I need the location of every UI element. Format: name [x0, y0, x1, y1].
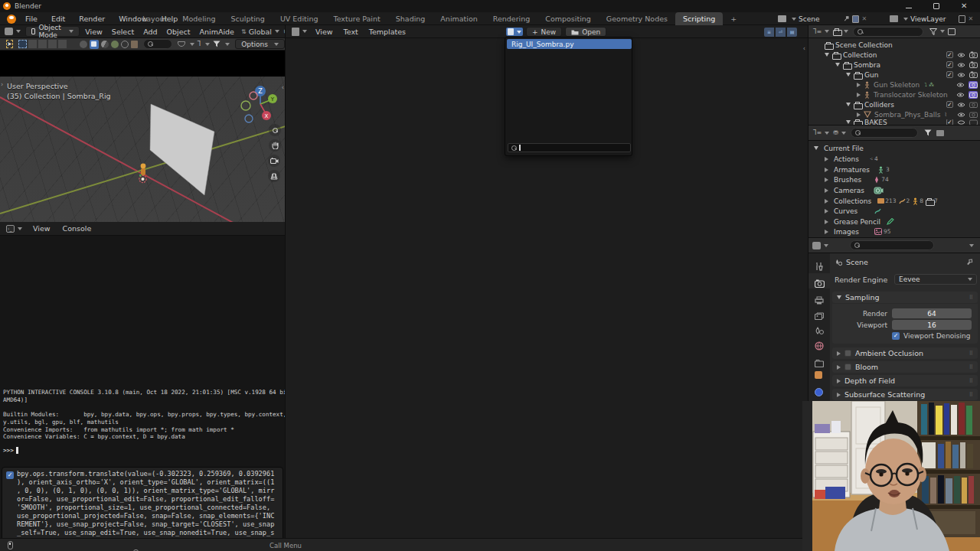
- open-text-button[interactable]: Open: [565, 27, 606, 37]
- eye-icon[interactable]: [957, 112, 965, 118]
- remove-view-layer-icon[interactable]: ✕: [968, 15, 973, 22]
- console-menu-console[interactable]: Console: [57, 222, 98, 235]
- camera-restrict-icon-active[interactable]: [969, 81, 978, 89]
- viewport-search-input[interactable]: [143, 39, 172, 49]
- blend-file-row-current-file[interactable]: Current File: [808, 143, 980, 153]
- camera-restrict-icon[interactable]: [969, 71, 978, 78]
- outliner-display-mode[interactable]: Ꞁ≡: [813, 28, 829, 35]
- tab-object-properties-icon[interactable]: [815, 371, 822, 379]
- wireframe-shading-icon[interactable]: [80, 41, 87, 48]
- outliner-row-sombra[interactable]: Sombra ✓: [808, 60, 980, 70]
- disclosure-collapsed-icon[interactable]: [825, 230, 828, 234]
- select-circle-icon[interactable]: [28, 40, 37, 48]
- select-mode-buttons[interactable]: [18, 40, 67, 48]
- editor-type-button[interactable]: [5, 28, 21, 35]
- tab-tool-icon[interactable]: [815, 259, 824, 269]
- ambient-occlusion-section[interactable]: Ambient Occlusion ⠿: [832, 347, 978, 359]
- eye-icon[interactable]: [956, 82, 965, 88]
- camera-restrict-icon-active[interactable]: [969, 91, 978, 99]
- tab-render-properties-icon[interactable]: [815, 276, 825, 285]
- collection-checkbox[interactable]: ✓: [946, 71, 953, 78]
- tab-output-properties-icon[interactable]: [815, 293, 824, 308]
- camera-view-button[interactable]: [268, 155, 280, 167]
- mode-dropdown[interactable]: Object Mode: [25, 26, 80, 37]
- tab-rendering[interactable]: Rendering: [485, 12, 538, 25]
- select-box-icon[interactable]: [18, 40, 27, 48]
- filter-icon[interactable]: [924, 129, 932, 136]
- tab-collection-properties-icon[interactable]: [815, 356, 824, 370]
- sampling-section-header[interactable]: Sampling ⠿: [832, 292, 978, 303]
- disclosure-collapsed-icon[interactable]: [825, 168, 828, 172]
- blend-file-row-images[interactable]: Images 95: [808, 227, 980, 236]
- blend-file-display-mode[interactable]: Ꞁ≡: [813, 129, 829, 136]
- text-sidebar-collapse-icon[interactable]: ‹: [803, 45, 805, 52]
- outliner-search-input[interactable]: [853, 27, 923, 37]
- text-menu-templates[interactable]: Templates: [364, 25, 411, 38]
- orientation-dropdown[interactable]: ⇅ Global: [241, 28, 279, 36]
- zoom-button[interactable]: [269, 124, 281, 136]
- minimize-button[interactable]: [906, 3, 913, 9]
- gizmos-icon[interactable]: Ꞁ: [198, 41, 201, 47]
- camera-restrict-icon[interactable]: [969, 111, 978, 118]
- overlay-toggles[interactable]: Ꞁ: [178, 41, 230, 47]
- maximize-button[interactable]: [933, 3, 939, 9]
- select-lasso-icon[interactable]: [38, 40, 47, 48]
- tab-world-properties-icon[interactable]: [815, 339, 824, 354]
- sampling-viewport-field[interactable]: 16: [892, 320, 972, 330]
- paint-brush-icon[interactable]: [131, 41, 138, 48]
- word-wrap-toggle-icon[interactable]: ⏎: [776, 28, 786, 37]
- disclosure-expanded-icon[interactable]: [835, 63, 840, 67]
- depth-of-field-section[interactable]: Depth of Field ⠿: [832, 375, 978, 386]
- viewport-denoising-checkbox[interactable]: ✓: [892, 332, 900, 340]
- viewport-menu-select[interactable]: Select: [108, 25, 138, 38]
- disclosure-collapsed-icon[interactable]: [857, 83, 861, 87]
- tab-scene-properties-icon[interactable]: [815, 324, 824, 338]
- options-dropdown[interactable]: Options: [235, 39, 285, 49]
- console-menu-view[interactable]: View: [27, 222, 57, 235]
- popup-search-input[interactable]: [508, 143, 631, 152]
- shading-mode-buttons[interactable]: [80, 40, 138, 49]
- tab-shading[interactable]: Shading: [388, 12, 433, 25]
- add-workspace-button[interactable]: +: [723, 12, 744, 25]
- new-text-button[interactable]: + New: [526, 27, 562, 37]
- eye-icon[interactable]: [957, 52, 965, 58]
- select-pick-icon[interactable]: [48, 40, 57, 48]
- collection-checkbox[interactable]: ✓: [946, 101, 953, 108]
- disclosure-expanded-icon[interactable]: [846, 73, 851, 77]
- tab-sculpting[interactable]: Sculpting: [224, 12, 273, 25]
- blend-file-filter[interactable]: ⛃: [833, 129, 846, 136]
- blend-file-row-actions[interactable]: Actions ⁖ 4: [808, 154, 980, 164]
- properties-search-input[interactable]: [850, 240, 934, 250]
- viewport-menu-add[interactable]: Add: [139, 25, 161, 38]
- outliner-row-sombra-phys-balls[interactable]: Sombra_Phys_Balls ⌇: [808, 109, 980, 119]
- properties-options-icon[interactable]: [969, 244, 974, 247]
- outliner-row-colliders[interactable]: Colliders ✓: [808, 99, 980, 109]
- blend-file-row-brushes[interactable]: Brushes 74: [808, 174, 980, 184]
- tab-geometry-nodes[interactable]: Geometry Nodes: [599, 12, 675, 25]
- blend-file-row-curves[interactable]: Curves: [808, 206, 980, 216]
- pan-button[interactable]: [269, 139, 281, 152]
- disclosure-collapsed-icon[interactable]: [825, 220, 828, 224]
- disclosure-collapsed-icon[interactable]: [857, 112, 861, 117]
- active-tool-select-icon[interactable]: ➤: [6, 40, 13, 48]
- disclosure-expanded-icon[interactable]: [814, 146, 818, 150]
- viewport-menu-view[interactable]: View: [81, 25, 106, 38]
- console-editor-type-button[interactable]: ›_: [6, 225, 22, 233]
- sampling-render-field[interactable]: 64: [892, 308, 972, 318]
- console-prompt-line[interactable]: >>>: [3, 447, 18, 454]
- disclosure-collapsed-icon[interactable]: [825, 209, 828, 214]
- new-collection-icon[interactable]: [948, 28, 956, 35]
- outliner-filter-collection[interactable]: [833, 28, 848, 34]
- report-checkbox[interactable]: ✓: [6, 471, 14, 479]
- syntax-highlight-toggle-icon[interactable]: ▤: [787, 28, 797, 37]
- camera-restrict-icon[interactable]: [969, 61, 978, 68]
- console-body[interactable]: PYTHON INTERACTIVE CONSOLE 3.10.8 (main,…: [0, 236, 285, 538]
- unlink-scene-icon[interactable]: ✕: [861, 15, 867, 22]
- select-extend-icon[interactable]: [58, 40, 67, 48]
- library-icon[interactable]: [936, 130, 944, 136]
- outliner-row-gun[interactable]: Gun ✓: [808, 70, 980, 80]
- blender-menu-icon[interactable]: [7, 15, 16, 24]
- render-engine-dropdown[interactable]: Eevee: [894, 274, 977, 285]
- filter-icon[interactable]: [929, 28, 937, 35]
- new-view-layer-icon[interactable]: [959, 15, 965, 23]
